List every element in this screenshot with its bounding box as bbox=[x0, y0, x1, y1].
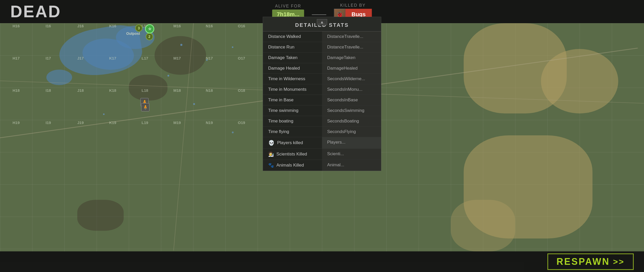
grid-label-j19: J19 bbox=[64, 120, 97, 125]
grid-label-i18: I18 bbox=[32, 88, 64, 93]
stats-label-time-base: Time in Base bbox=[263, 95, 322, 105]
stats-label-scientists-killed: 🧑‍🔬 Scientists Killed bbox=[263, 149, 322, 160]
stats-value-time-swimming: SecondsSwimming bbox=[322, 105, 381, 116]
stats-value-distance-walked: DistanceTravelle... bbox=[322, 31, 381, 42]
stats-row-damage-taken: Damage Taken DamageTaken bbox=[263, 53, 381, 63]
grid-label-h18: H18 bbox=[0, 88, 32, 93]
grid-label-i17: I17 bbox=[32, 56, 64, 60]
stats-value-time-base: SecondsInBase bbox=[322, 95, 381, 105]
stats-row-players-killed: 💀 Players killed Players... bbox=[263, 137, 381, 149]
grid-label-j17: J17 bbox=[64, 56, 97, 60]
player-character-2: 🧍 bbox=[141, 103, 149, 111]
stats-value-animals-killed: Animal... bbox=[322, 160, 381, 171]
stats-value-distance-run: DistanceTravelle... bbox=[322, 42, 381, 52]
stats-label-animals-killed: 🐾 Animals Killed bbox=[263, 160, 322, 171]
alive-for-label: ALIVE FOR bbox=[275, 4, 301, 9]
grid-label-o19: O19 bbox=[225, 120, 258, 125]
stats-label-distance-run: Distance Run bbox=[263, 42, 322, 52]
grid-label-h17: H17 bbox=[0, 56, 32, 60]
stats-value-damage-taken: DamageTaken bbox=[322, 53, 381, 63]
grid-label-h16: H16 bbox=[0, 24, 32, 28]
stats-label-time-swimming: Time swimming bbox=[263, 105, 322, 116]
grid-label-h19: H19 bbox=[0, 120, 32, 125]
grid-label-o18: O18 bbox=[225, 88, 258, 93]
bottom-bar: RESPAWN >> bbox=[0, 251, 644, 272]
respawn-label: RESPAWN bbox=[556, 256, 610, 267]
stats-row-distance-walked: Distance Walked DistanceTravelle... bbox=[263, 31, 381, 42]
stats-header: ▲ DETAILED STATS bbox=[263, 17, 381, 31]
grid-label-j18: J18 bbox=[64, 88, 97, 93]
grid-label-i19: I19 bbox=[32, 120, 64, 125]
grid-label-o17: O17 bbox=[225, 56, 258, 60]
stats-row-time-swimming: Time swimming SecondsSwimming bbox=[263, 105, 381, 116]
grid-label-k16: K16 bbox=[97, 24, 129, 28]
stats-label-time-flying: Time flying bbox=[263, 127, 322, 137]
stats-row-time-base: Time in Base SecondsInBase bbox=[263, 95, 381, 105]
stats-label-time-boating: Time boating bbox=[263, 116, 322, 126]
collapse-button[interactable]: ▲ bbox=[317, 19, 327, 25]
killed-by-label: KILLED BY bbox=[340, 3, 366, 8]
town-label: Outpost bbox=[126, 31, 140, 36]
grid-label-n19: N19 bbox=[193, 120, 225, 125]
stats-row-time-monuments: Time in Monuments SecondsInMonu... bbox=[263, 84, 381, 95]
stats-label-time-monuments: Time in Monuments bbox=[263, 84, 322, 95]
stats-row-animals-killed: 🐾 Animals Killed Animal... bbox=[263, 160, 381, 171]
grid-label-l17: L17 bbox=[129, 56, 161, 60]
grid-label-k18: K18 bbox=[97, 88, 129, 93]
grid-label-j16: J16 bbox=[64, 24, 97, 28]
stats-value-players-killed: Players... bbox=[322, 137, 381, 149]
stats-label-damage-taken: Damage Taken bbox=[263, 53, 322, 63]
grid-label-n18: N18 bbox=[193, 88, 225, 93]
stats-label-players-killed: 💀 Players killed bbox=[263, 137, 322, 149]
grid-label-o16: O16 bbox=[225, 24, 258, 28]
grid-label-k17: K17 bbox=[97, 56, 129, 60]
stats-label-damage-healed: Damage Healed bbox=[263, 63, 322, 73]
stats-row-time-flying: Time flying SecondsFlying bbox=[263, 127, 381, 137]
grid-label-n16: N16 bbox=[193, 24, 225, 28]
grid-label-l16: L16 bbox=[129, 24, 161, 28]
grid-label-m16: M16 bbox=[161, 24, 193, 28]
stats-row-damage-healed: Damage Healed DamageHealed bbox=[263, 63, 381, 74]
stats-value-time-wilderness: SecondsWilderne... bbox=[322, 74, 381, 84]
respawn-arrows-icon: >> bbox=[613, 257, 625, 267]
stats-table: Distance Walked DistanceTravelle... Dist… bbox=[263, 31, 381, 171]
stats-value-time-flying: SecondsFlying bbox=[322, 127, 381, 137]
grid-label-i16: I16 bbox=[32, 24, 64, 28]
stats-row-scientists-killed: 🧑‍🔬 Scientists Killed Scienti... bbox=[263, 149, 381, 160]
stats-value-scientists-killed: Scienti... bbox=[322, 149, 381, 160]
grid-label-m19: M19 bbox=[161, 120, 193, 125]
stats-panel: ▲ DETAILED STATS Distance Walked Distanc… bbox=[263, 17, 381, 171]
stats-row-time-wilderness: Time in Wilderness SecondsWilderne... bbox=[263, 74, 381, 84]
stats-value-time-boating: SecondsBoating bbox=[322, 116, 381, 126]
grid-label-n17: N17 bbox=[193, 56, 225, 60]
map-badge-2: 2 bbox=[146, 33, 153, 40]
stats-row-distance-run: Distance Run DistanceTravelle... bbox=[263, 42, 381, 53]
dead-title: DEAD bbox=[10, 2, 61, 21]
respawn-button[interactable]: RESPAWN >> bbox=[547, 253, 634, 270]
stats-label-distance-walked: Distance Walked bbox=[263, 31, 322, 42]
stats-label-time-wilderness: Time in Wilderness bbox=[263, 74, 322, 84]
grid-label-k19: K19 bbox=[97, 120, 129, 125]
grid-label-m17: M17 bbox=[161, 56, 193, 60]
grid-label-l18: L18 bbox=[129, 88, 161, 93]
grid-label-l19: L19 bbox=[129, 120, 161, 125]
stats-value-time-monuments: SecondsInMonu... bbox=[322, 84, 381, 95]
grid-label-m18: M18 bbox=[161, 88, 193, 93]
stats-row-time-boating: Time boating SecondsBoating bbox=[263, 116, 381, 127]
map-badge-1: 3 bbox=[135, 24, 142, 32]
player-marker: ☆ bbox=[145, 24, 154, 34]
stats-value-damage-healed: DamageHealed bbox=[322, 63, 381, 73]
